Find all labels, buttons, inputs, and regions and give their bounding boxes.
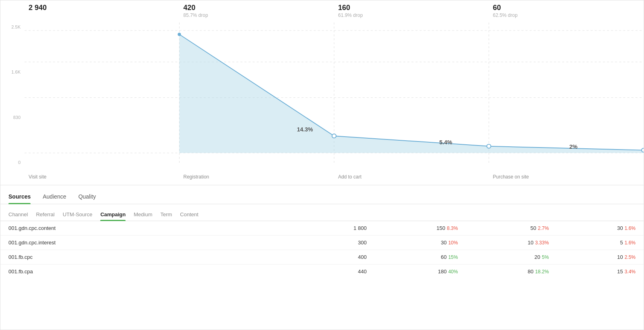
row-name-1: 001.gdn.cpc.interest (0, 236, 127, 250)
table-row: 001.gdn.cpc.interest 300 30 10% 10 (0, 236, 644, 250)
row-cart-val-3: 80 (528, 269, 533, 275)
row-reg-val-2: 60 (441, 254, 446, 260)
step-label-2: Add to cart (334, 174, 489, 180)
col-drop-1: 85.7% drop (184, 12, 208, 18)
col-header-2: 160 61.9% drop (334, 0, 489, 21)
row-cart-cell-0: 50 2.7% (498, 221, 557, 236)
step-label-0: Visit site (25, 174, 180, 180)
row-purchase-cell-0: 30 1.6% (589, 221, 644, 236)
sub-tab-medium[interactable]: Medium (134, 208, 152, 221)
col-headers: 2 940 420 85.7% drop 160 61.9% drop 60 6… (25, 0, 644, 21)
funnel-point-3 (642, 148, 644, 152)
table-row: 001.gdn.cpc.content 1 800 150 8.3% 50 (0, 221, 644, 236)
table-row: 001.fb.cpa 440 180 40% 80 18. (0, 264, 644, 279)
col-value-0: 2 940 (29, 4, 175, 12)
sub-tab-campaign[interactable]: Campaign (100, 208, 126, 221)
table-container: 001.gdn.cpc.content 1 800 150 8.3% 50 (0, 221, 644, 279)
step-labels: Visit site Registration Add to cart Purc… (25, 169, 644, 185)
funnel-svg-container: 14.3% 5.4% 2% (25, 23, 644, 165)
sub-tab-channel[interactable]: Channel (8, 208, 28, 221)
table-row: 001.fb.cpc 400 60 15% 20 5% (0, 250, 644, 264)
row-purchase-pct-1: 1.6% (625, 240, 636, 246)
y-label-1600: 1.6K (11, 70, 21, 74)
row-visit-1: 300 (328, 236, 374, 250)
row-visit-0: 1 800 (328, 221, 374, 236)
row-purchase-cell-3: 15 3.4% (589, 264, 644, 279)
funnel-point-1 (332, 134, 336, 138)
row-reg-pct-1: 10% (448, 240, 458, 246)
row-reg-cell-0: 150 8.3% (407, 221, 466, 236)
sub-tab-utm-source[interactable]: UTM-Source (63, 208, 93, 221)
col-value-1: 420 (184, 4, 330, 12)
col-header-1: 420 85.7% drop (180, 0, 334, 21)
row-purchase-pct-2: 2.5% (625, 254, 636, 260)
funnel-fill (180, 35, 644, 153)
row-cart-cell-3: 80 18.2% (498, 264, 557, 279)
row-cart-val-1: 10 (528, 240, 533, 246)
row-purchase-val-3: 15 (617, 269, 623, 275)
funnel-point-2 (487, 144, 491, 148)
row-cart-pct-0: 2.7% (538, 225, 549, 231)
row-visit-2: 400 (328, 250, 374, 264)
col-value-2: 160 (338, 4, 485, 12)
y-label-2500: 2.5K (11, 25, 21, 29)
row-cart-pct-2: 5% (542, 254, 549, 260)
row-name-3: 001.fb.cpa (0, 264, 127, 279)
row-cart-pct-1: 3.33% (535, 240, 549, 246)
row-reg-pct-2: 15% (448, 254, 458, 260)
row-name-2: 001.fb.cpc (0, 250, 127, 264)
funnel-svg (25, 23, 644, 165)
main-tabs: Sources Audience Quality (0, 185, 644, 204)
col-value-3: 60 (493, 4, 640, 12)
row-cart-cell-1: 10 3.33% (498, 236, 557, 250)
sub-tab-referral[interactable]: Referral (36, 208, 54, 221)
row-purchase-val-2: 10 (617, 254, 623, 260)
row-cart-pct-3: 18.2% (535, 269, 549, 275)
step-label-3: Purchase on site (489, 174, 644, 180)
main-container: 2.5K 1.6K 830 0 2 940 420 85.7% drop 160… (0, 0, 644, 330)
row-reg-cell-2: 60 15% (407, 250, 466, 264)
table-body: 001.gdn.cpc.content 1 800 150 8.3% 50 (0, 221, 644, 279)
tab-audience[interactable]: Audience (43, 189, 66, 204)
row-reg-cell-3: 180 40% (407, 264, 466, 279)
tab-sources[interactable]: Sources (8, 189, 31, 204)
tab-quality[interactable]: Quality (78, 189, 96, 204)
row-cart-val-2: 20 (535, 254, 540, 260)
col-header-0: 2 940 (25, 0, 180, 21)
row-purchase-pct-0: 1.6% (625, 225, 636, 231)
funnel-point-0 (178, 33, 181, 36)
row-cart-cell-2: 20 5% (498, 250, 557, 264)
row-reg-val-0: 150 (437, 225, 446, 231)
y-label-0: 0 (18, 160, 21, 165)
row-purchase-val-1: 5 (620, 240, 623, 246)
row-purchase-pct-3: 3.4% (625, 269, 636, 275)
funnel-area: 2.5K 1.6K 830 0 2 940 420 85.7% drop 160… (0, 0, 644, 185)
sub-tabs: Channel Referral UTM-Source Campaign Med… (0, 204, 644, 221)
row-visit-3: 440 (328, 264, 374, 279)
col-header-3: 60 62.5% drop (489, 0, 644, 21)
tabs-row: Sources Audience Quality (8, 185, 636, 204)
row-reg-val-1: 30 (441, 240, 446, 246)
row-purchase-cell-2: 10 2.5% (589, 250, 644, 264)
row-reg-cell-1: 30 10% (407, 236, 466, 250)
col-drop-3: 62.5% drop (493, 12, 518, 18)
row-reg-pct-0: 8.3% (447, 225, 458, 231)
row-reg-val-3: 180 (438, 269, 447, 275)
y-axis: 2.5K 1.6K 830 0 (4, 25, 21, 165)
row-purchase-cell-1: 5 1.6% (589, 236, 644, 250)
step-label-1: Registration (180, 174, 334, 180)
data-table: 001.gdn.cpc.content 1 800 150 8.3% 50 (0, 221, 644, 279)
col-drop-2: 61.9% drop (338, 12, 363, 18)
row-purchase-val-0: 30 (617, 225, 623, 231)
row-cart-val-0: 50 (530, 225, 536, 231)
sub-tab-term[interactable]: Term (160, 208, 172, 221)
y-label-830: 830 (13, 115, 21, 120)
row-reg-pct-3: 40% (448, 269, 458, 275)
sub-tab-content[interactable]: Content (180, 208, 198, 221)
row-name-0: 001.gdn.cpc.content (0, 221, 127, 236)
